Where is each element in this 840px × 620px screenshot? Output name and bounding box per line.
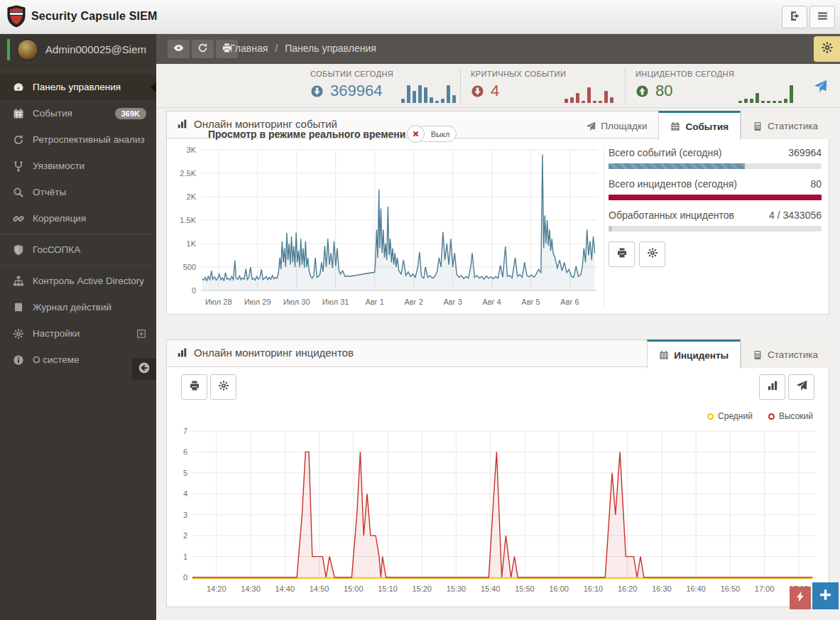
sidebar-item-ad-control[interactable]: Контроль Active Directory bbox=[0, 268, 156, 294]
stat-events-today: СОБЫТИИ СЕГОДНЯ 369964 bbox=[310, 70, 393, 104]
sidebar-item-settings[interactable]: Настройки bbox=[0, 320, 156, 347]
tab-sites[interactable]: Площадки bbox=[574, 111, 658, 139]
sidebar-item-reports[interactable]: Отчёты bbox=[0, 179, 156, 205]
plus-icon bbox=[819, 588, 832, 604]
gear-icon bbox=[218, 380, 229, 394]
circle-down-icon bbox=[310, 85, 324, 98]
sidebar-item-label: Корреляция bbox=[33, 213, 86, 224]
breadcrumb-separator: / bbox=[275, 43, 278, 54]
page-settings-button[interactable] bbox=[814, 36, 840, 62]
sidebar-menu: Панель управления События 369K Ретроспек… bbox=[0, 74, 156, 373]
stats-strip: СОБЫТИИ СЕГОДНЯ 369964 КРИТИЧНЫХ СОБЫТИИ… bbox=[156, 64, 840, 108]
gear-icon bbox=[647, 247, 658, 261]
svg-text:Авг 1: Авг 1 bbox=[365, 298, 383, 306]
breadcrumb-home[interactable]: Главная bbox=[230, 43, 268, 54]
sidebar-item-events[interactable]: События 369K bbox=[0, 100, 156, 126]
stat-separator bbox=[625, 68, 626, 102]
sidebar-item-label: Настройки bbox=[33, 328, 80, 339]
events-chart[interactable]: 05001K1.5K2K2.5K3KИюл 28Июл 29Июл 30Июл … bbox=[170, 141, 603, 313]
stat-label: КРИТИЧНЫХ СОБЫТИИ bbox=[471, 70, 566, 78]
legend-marker-yellow bbox=[707, 413, 714, 420]
summary-row: Всего событий (сегодня) 369964 bbox=[609, 147, 822, 169]
legend-medium[interactable]: Средний bbox=[707, 411, 753, 421]
chart-type-button[interactable] bbox=[759, 374, 785, 400]
add-fab-button[interactable] bbox=[812, 582, 839, 609]
sidebar-item-action-log[interactable]: Журнал действий bbox=[0, 294, 156, 320]
send-button[interactable] bbox=[788, 374, 814, 400]
progress-track bbox=[609, 195, 822, 200]
send-icon[interactable] bbox=[814, 80, 827, 93]
svg-text:16:50: 16:50 bbox=[721, 584, 741, 593]
summary-value: 80 bbox=[810, 178, 822, 190]
incidents-monitoring-panel: Онлайн мониторинг инцидентов Инциденты С… bbox=[166, 339, 829, 607]
svg-text:Июл 28: Июл 28 bbox=[205, 298, 232, 306]
menu-divider bbox=[0, 265, 156, 266]
sidebar-item-label: Панель управления bbox=[33, 82, 121, 92]
incidents-chart[interactable]: 0123456714:2014:3014:4014:5015:0015:1015… bbox=[170, 424, 826, 603]
svg-text:500: 500 bbox=[183, 263, 196, 271]
svg-text:Авг 6: Авг 6 bbox=[560, 298, 579, 306]
svg-text:Авг 2: Авг 2 bbox=[404, 298, 422, 306]
stat-label: СОБЫТИИ СЕГОДНЯ bbox=[310, 70, 393, 78]
bar-chart-icon bbox=[767, 380, 778, 394]
realtime-label: Просмотр в режиме реального времени bbox=[208, 129, 405, 140]
print-icon bbox=[616, 247, 628, 261]
summary-label: Всего инцидентов (сегодня) bbox=[609, 178, 737, 190]
svg-text:17:00: 17:00 bbox=[755, 584, 775, 593]
settings-button[interactable] bbox=[639, 241, 665, 267]
user-row[interactable]: Admin000025@Siem bbox=[0, 34, 156, 65]
search-icon bbox=[13, 187, 24, 198]
tab-statistics[interactable]: Статистика bbox=[741, 339, 829, 368]
svg-text:6: 6 bbox=[183, 447, 187, 456]
expand-plus-icon[interactable] bbox=[136, 329, 146, 339]
svg-text:14:20: 14:20 bbox=[207, 584, 227, 593]
refresh-button[interactable] bbox=[192, 40, 214, 58]
settings-button[interactable] bbox=[210, 374, 236, 400]
svg-text:16:30: 16:30 bbox=[652, 584, 672, 593]
svg-text:Авг 4: Авг 4 bbox=[482, 298, 501, 306]
menu-button[interactable] bbox=[809, 6, 835, 28]
progress-track bbox=[609, 226, 822, 232]
progress-track bbox=[609, 163, 822, 169]
chart-legend: Средний Высокий bbox=[707, 411, 813, 421]
realtime-toggle[interactable]: Выкл bbox=[415, 126, 457, 142]
alerts-fab-button[interactable] bbox=[790, 587, 811, 609]
svg-text:0: 0 bbox=[192, 286, 196, 295]
sidebar-item-vulnerabilities[interactable]: Уязвимости bbox=[0, 153, 156, 179]
svg-text:1K: 1K bbox=[187, 239, 197, 248]
sidebar-collapse-button[interactable] bbox=[132, 359, 156, 380]
print-button[interactable] bbox=[181, 374, 207, 400]
link-icon bbox=[13, 213, 24, 224]
logout-button[interactable] bbox=[782, 6, 807, 28]
sidebar-item-dashboard[interactable]: Панель управления bbox=[0, 74, 156, 100]
sidebar-item-label: Отчёты bbox=[33, 187, 66, 197]
bar-chart-icon bbox=[177, 347, 187, 358]
user-status-bar bbox=[7, 39, 10, 60]
tab-incidents[interactable]: Инциденты bbox=[647, 339, 741, 369]
sidebar-item-label: Уязвимости bbox=[33, 161, 84, 171]
tab-statistics[interactable]: Статистика bbox=[741, 111, 829, 139]
eye-button[interactable] bbox=[168, 40, 190, 58]
svg-text:15:20: 15:20 bbox=[412, 584, 432, 593]
incidents-minibar bbox=[738, 82, 795, 103]
sidebar-item-gossopka[interactable]: ГосСОПКА bbox=[0, 236, 156, 263]
sign-out-icon bbox=[789, 10, 801, 25]
send-icon bbox=[796, 380, 807, 394]
gauge-icon bbox=[13, 82, 24, 93]
sidebar-item-retrospective[interactable]: Ретроспективный анализ bbox=[0, 126, 156, 153]
stat-value: 4 bbox=[491, 82, 499, 100]
bolt-icon bbox=[795, 591, 806, 605]
app-title: Security Capsule SIEM bbox=[31, 10, 158, 23]
sidebar-item-correlation[interactable]: Корреляция bbox=[0, 205, 156, 232]
legend-high[interactable]: Высокий bbox=[768, 411, 813, 421]
print-icon bbox=[189, 380, 200, 394]
svg-text:14:40: 14:40 bbox=[275, 584, 295, 593]
svg-text:2: 2 bbox=[183, 531, 187, 540]
progress-fill bbox=[609, 226, 612, 232]
print-button[interactable] bbox=[609, 241, 635, 267]
summary-row: Всего инцидентов (сегодня) 80 bbox=[609, 178, 822, 200]
svg-text:15:30: 15:30 bbox=[447, 584, 467, 593]
events-monitoring-panel: Онлайн мониторинг событий Площадки Событ… bbox=[166, 111, 829, 315]
tab-events[interactable]: События bbox=[658, 111, 741, 140]
siem-dashboard: Security Capsule SIEM Admin000025@Siem П… bbox=[0, 0, 840, 620]
